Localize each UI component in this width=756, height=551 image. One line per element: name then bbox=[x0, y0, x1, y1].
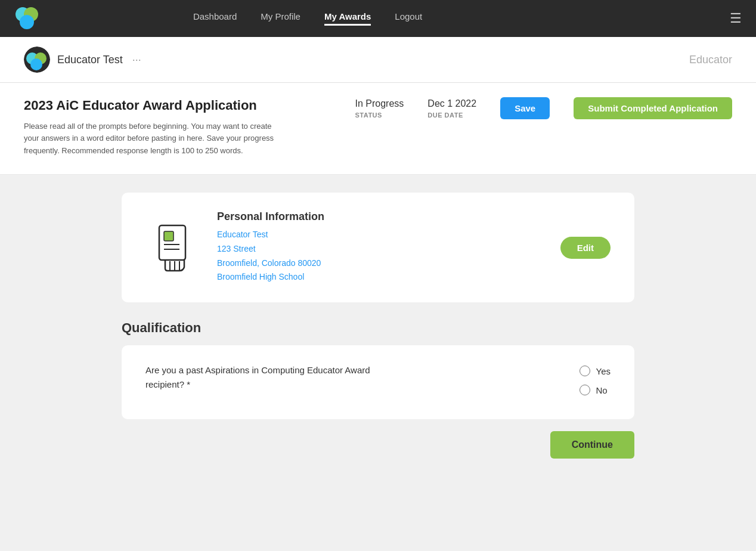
avatar bbox=[24, 47, 50, 73]
app-actions: In Progress STATUS Dec 1 2022 DUE DATE S… bbox=[355, 97, 732, 119]
status-value: In Progress bbox=[355, 98, 404, 109]
application-header: 2023 AiC Educator Award Application Plea… bbox=[0, 83, 756, 175]
role-badge: Educator bbox=[689, 54, 732, 66]
question-right: Yes No bbox=[580, 363, 611, 395]
qualification-title: Qualification bbox=[122, 320, 634, 336]
qualification-section: Qualification Are you a past Aspirations… bbox=[122, 320, 634, 419]
date-block: Dec 1 2022 DUE DATE bbox=[427, 98, 476, 119]
app-title: 2023 AiC Educator Award Application bbox=[24, 97, 274, 114]
main-content: Personal Information Educator Test 123 S… bbox=[0, 175, 756, 476]
question-left: Are you a past Aspirations in Computing … bbox=[145, 363, 372, 401]
personal-info-card: Personal Information Educator Test 123 S… bbox=[122, 193, 634, 302]
nav-dashboard[interactable]: Dashboard bbox=[193, 11, 237, 26]
submit-button[interactable]: Submit Completed Application bbox=[574, 97, 732, 119]
edit-button[interactable]: Edit bbox=[560, 237, 611, 259]
info-address: 123 Street bbox=[217, 242, 543, 256]
info-city-state: Broomfield, Colorado 80020 bbox=[217, 256, 543, 271]
status-label: STATUS bbox=[355, 112, 404, 119]
svg-rect-7 bbox=[159, 225, 185, 260]
radio-no[interactable]: No bbox=[580, 385, 611, 395]
card-title: Personal Information bbox=[217, 211, 543, 223]
save-button[interactable]: Save bbox=[500, 97, 550, 119]
status-block: In Progress STATUS bbox=[355, 98, 404, 119]
qualification-card: Are you a past Aspirations in Computing … bbox=[122, 345, 634, 419]
radio-yes-label: Yes bbox=[596, 366, 611, 376]
personal-info-icon bbox=[145, 221, 199, 274]
info-name: Educator Test bbox=[217, 228, 543, 242]
user-header: Educator Test ··· Educator bbox=[0, 37, 756, 83]
hamburger-menu[interactable]: ☰ bbox=[730, 11, 742, 26]
nav-my-awards[interactable]: My Awards bbox=[324, 11, 371, 26]
due-date-label: DUE DATE bbox=[427, 112, 476, 119]
logo[interactable] bbox=[14, 6, 39, 31]
info-school: Broomfield High School bbox=[217, 270, 543, 284]
user-name: Educator Test bbox=[57, 54, 123, 66]
continue-row: Continue bbox=[122, 431, 634, 459]
due-date-value: Dec 1 2022 bbox=[427, 98, 476, 109]
question-text: Are you a past Aspirations in Computing … bbox=[145, 363, 372, 392]
question-row: Are you a past Aspirations in Computing … bbox=[145, 363, 611, 401]
card-body: Personal Information Educator Test 123 S… bbox=[217, 211, 543, 284]
radio-yes-input[interactable] bbox=[580, 366, 590, 376]
svg-point-2 bbox=[20, 15, 34, 29]
app-description: Please read all of the prompts before be… bbox=[24, 120, 274, 157]
svg-rect-8 bbox=[164, 231, 173, 241]
user-dots[interactable]: ··· bbox=[132, 54, 141, 66]
app-title-block: 2023 AiC Educator Award Application Plea… bbox=[24, 97, 274, 157]
svg-point-6 bbox=[30, 58, 42, 70]
card-info: Educator Test 123 Street Broomfield, Col… bbox=[217, 228, 543, 284]
nav-my-profile[interactable]: My Profile bbox=[261, 11, 300, 26]
continue-button[interactable]: Continue bbox=[550, 431, 634, 459]
radio-yes[interactable]: Yes bbox=[580, 366, 611, 376]
radio-no-input[interactable] bbox=[580, 385, 590, 395]
nav-links: Dashboard My Profile My Awards Logout bbox=[193, 11, 422, 26]
user-info: Educator Test ··· bbox=[24, 47, 141, 73]
nav-logout[interactable]: Logout bbox=[395, 11, 422, 26]
radio-no-label: No bbox=[596, 385, 608, 395]
navbar: Dashboard My Profile My Awards Logout ☰ bbox=[0, 0, 756, 37]
